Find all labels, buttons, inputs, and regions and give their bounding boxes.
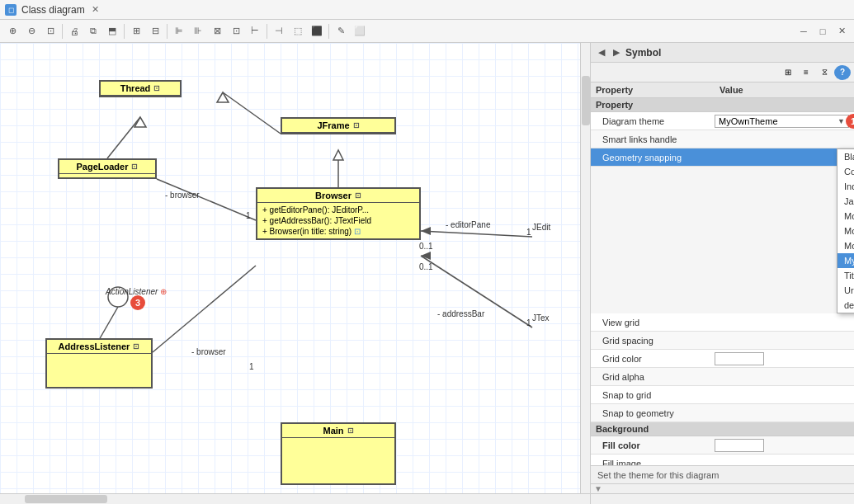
jeditor-label: JEdit [532, 223, 550, 232]
uml-class-main-header: Main ⊡ [282, 424, 394, 438]
uml-class-addresslistener-body [47, 354, 151, 387]
zoom-out-button[interactable]: ⊖ [22, 22, 40, 40]
layout-button[interactable]: ⊣ [270, 22, 288, 40]
uml-class-main-body [282, 438, 394, 483]
uml-class-addresslistener[interactable]: AddressListener ⊡ [45, 338, 153, 389]
title-bar: ◻ Class diagram ✕ [0, 0, 854, 20]
panel-help-button[interactable]: ? [834, 65, 851, 80]
diagram-theme-dropdown[interactable]: MyOwnTheme ▼ [715, 115, 849, 128]
snap-button[interactable]: ⬚ [289, 22, 307, 40]
grid-type-button[interactable]: ⊟ [146, 22, 164, 40]
align-left-button[interactable]: ⊫ [170, 22, 188, 40]
prop-value-grid-color[interactable] [715, 352, 849, 365]
select-tool-button[interactable]: ⬜ [351, 22, 369, 40]
theme-option-myowntheme[interactable]: MyOwnTheme [837, 253, 854, 268]
prop-row-diagram-theme[interactable]: Diagram theme MyOwnTheme ▼ 1 [591, 112, 854, 130]
svg-marker-1 [134, 117, 146, 127]
uml-class-thread[interactable]: Thread ⊡ [99, 80, 182, 97]
prop-name-diagram-theme: Diagram theme [596, 116, 715, 126]
app-icon: ◻ [5, 4, 17, 16]
properties-panel: ◀ ▶ Symbol ⊞ ≡ ⧖ ? Property Value [590, 43, 854, 493]
theme-option-modelio-1x[interactable]: Modelio 1.x [837, 209, 854, 224]
method-2: + getAddressBar(): JTextField [261, 215, 416, 226]
uml-class-browser[interactable]: Browser ⊡ + getEditorPane(): JEditorP...… [256, 187, 421, 240]
prop-value-fill-color[interactable] [715, 439, 849, 452]
app-container: ◻ Class diagram ✕ ⊕ ⊖ ⊡ 🖨 ⧉ ⬒ ⊞ ⊟ ⊫ ⊪ ⊠ … [0, 0, 854, 504]
panel-title: Symbol [625, 47, 661, 59]
svg-text:- editorPane: - editorPane [446, 220, 491, 229]
panel-back-button[interactable]: ◀ [596, 46, 607, 59]
svg-text:0..1: 0..1 [419, 242, 433, 251]
zoom-fit-button[interactable]: ⊡ [41, 22, 59, 40]
svg-line-10 [421, 256, 532, 327]
main-area: - browser 1 - editorPane 0..1 1 - addres… [0, 43, 854, 493]
svg-marker-11 [421, 252, 431, 260]
svg-line-2 [157, 179, 256, 220]
close-window-button[interactable]: ✕ [833, 22, 851, 40]
grid-color-swatch[interactable] [715, 352, 764, 365]
theme-option-urban[interactable]: Urban [837, 283, 854, 298]
svg-line-16 [99, 307, 118, 340]
theme-dropdown-overlay[interactable]: Black & White Cobalt Industrial Jade Mod… [837, 148, 854, 313]
export-button[interactable]: ⬒ [103, 22, 121, 40]
jtex-label: JTex [532, 313, 550, 323]
print-button[interactable]: 🖨 [65, 22, 83, 40]
minimize-window-button[interactable]: ─ [795, 22, 813, 40]
prop-name-view-grid: View grid [596, 318, 715, 327]
diagram-hscroll-thumb[interactable] [25, 495, 107, 503]
prop-row-snap-geometry[interactable]: Snap to geometry [591, 404, 854, 422]
prop-col-name-header: Property [596, 85, 720, 95]
maximize-window-button[interactable]: □ [814, 22, 832, 40]
panel-grid-view-button[interactable]: ⊞ [780, 65, 796, 80]
svg-line-17 [153, 266, 256, 352]
distribute-h-button[interactable]: ⊡ [227, 22, 245, 40]
pen-tool-button[interactable]: ✎ [332, 22, 350, 40]
distribute-v-button[interactable]: ⊢ [246, 22, 264, 40]
theme-option-black-white[interactable]: Black & White [837, 149, 854, 164]
more-button[interactable]: ⬛ [308, 22, 326, 40]
prop-row-grid-spacing[interactable]: Grid spacing [591, 332, 854, 350]
fill-color-swatch[interactable] [715, 439, 764, 452]
theme-option-modelio-3x[interactable]: Modelio 3.x 2 [837, 238, 854, 253]
diagram-canvas[interactable]: - browser 1 - editorPane 0..1 1 - addres… [0, 43, 580, 493]
prop-row-fill-image[interactable]: Fill image [591, 455, 854, 465]
prop-row-grid-color[interactable]: Grid color [591, 350, 854, 368]
panel-filter-button[interactable]: ⧖ [816, 65, 833, 80]
tab-close-button[interactable]: ✕ [92, 4, 99, 15]
prop-name-fill-color: Fill color [596, 440, 715, 450]
prop-row-view-grid[interactable]: View grid [591, 313, 854, 332]
diagram-hscroll[interactable] [0, 494, 590, 504]
prop-value-diagram-theme[interactable]: MyOwnTheme ▼ [715, 115, 849, 128]
align-right-button[interactable]: ⊠ [208, 22, 226, 40]
prop-row-snap-grid[interactable]: Snap to grid [591, 386, 854, 404]
diagram-vscroll[interactable] [580, 43, 590, 493]
panel-down-arrow[interactable]: ▼ [594, 484, 602, 493]
prop-row-fill-color[interactable]: Fill color [591, 436, 854, 455]
align-center-button[interactable]: ⊪ [189, 22, 207, 40]
theme-option-industrial[interactable]: Industrial [837, 179, 854, 194]
properties-table: Property Value Property Diagram theme My… [591, 82, 854, 465]
prop-row-geometry-snapping[interactable]: Geometry snapping [591, 148, 854, 167]
diagram-vscroll-thumb[interactable] [582, 76, 590, 125]
theme-option-titanium[interactable]: Titanium [837, 268, 854, 283]
svg-text:- browser: - browser [165, 191, 200, 200]
prop-row-grid-alpha[interactable]: Grid alpha [591, 368, 854, 386]
uml-class-jframe[interactable]: JFrame ⊡ [281, 117, 396, 134]
uml-class-pageloader[interactable]: PageLoader ⊡ [58, 158, 157, 179]
theme-option-modelio-2x[interactable]: Modelio 2.x [837, 224, 854, 238]
grid-toggle-button[interactable]: ⊞ [127, 22, 145, 40]
svg-marker-23 [333, 150, 343, 160]
panel-forward-button[interactable]: ▶ [611, 46, 622, 59]
panel-tree-view-button[interactable]: ≡ [798, 65, 814, 80]
theme-option-cobalt[interactable]: Cobalt [837, 164, 854, 179]
uml-class-main[interactable]: Main ⊡ [281, 422, 396, 485]
class-icon: ⊡ [347, 426, 354, 435]
toolbar-separator-3 [167, 24, 167, 39]
theme-option-default[interactable]: default [837, 298, 854, 313]
theme-option-jade[interactable]: Jade [837, 194, 854, 209]
prop-row-smart-links[interactable]: Smart links handle [591, 130, 854, 148]
zoom-in-button[interactable]: ⊕ [3, 22, 21, 40]
uml-class-jframe-header: JFrame ⊡ [282, 119, 394, 133]
copy-button[interactable]: ⧉ [84, 22, 102, 40]
toolbar-separator-2 [124, 24, 125, 39]
